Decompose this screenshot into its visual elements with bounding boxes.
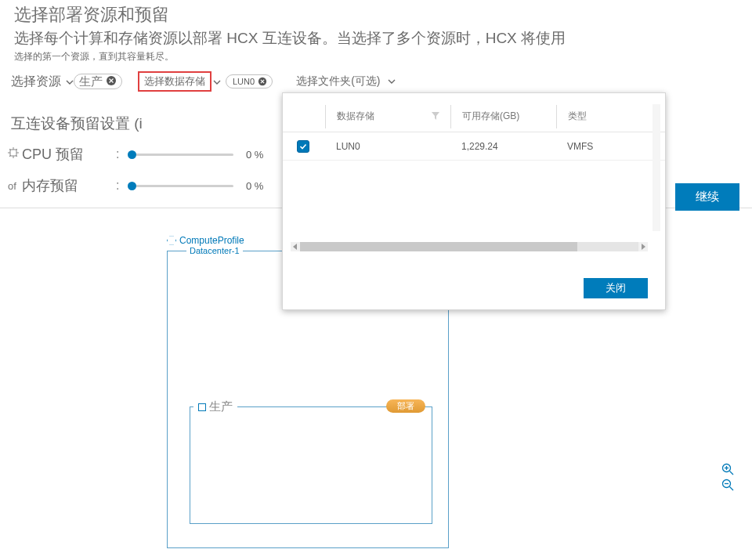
th-datastore-text: 数据存储 — [337, 110, 374, 123]
svg-rect-2 — [10, 150, 16, 156]
scroll-thumb[interactable] — [300, 242, 577, 251]
scroll-left-icon[interactable] — [291, 242, 300, 251]
td-name: LUN0 — [325, 141, 450, 152]
th-type[interactable]: 类型 — [556, 105, 603, 128]
page-desc-1: 选择每个计算和存储资源以部署 HCX 互连设备。当选择了多个资源时，HCX 将使… — [14, 28, 752, 49]
select-datastore-label[interactable]: 选择数据存储 — [144, 74, 205, 89]
close-button[interactable]: 关闭 — [584, 278, 648, 298]
deploy-badge: 部署 — [386, 399, 425, 413]
vertical-scrollbar[interactable] — [653, 104, 660, 231]
cluster-label: 生产 — [193, 399, 237, 414]
th-datastore[interactable]: 数据存储 — [325, 105, 450, 128]
mem-label: 内存预留 — [22, 176, 116, 195]
compute-profile-text: ComputeProfile — [179, 235, 244, 246]
cpu-label: CPU 预留 — [22, 145, 116, 164]
datastore-table: 数据存储 可用存储(GB) 类型 LUN0 1,229.24 VMFS — [283, 93, 665, 266]
cpu-slider-thumb[interactable] — [128, 150, 136, 159]
checkbox-checked-icon[interactable] — [297, 140, 309, 153]
datacenter-label: Datacenter-1 — [186, 246, 243, 255]
td-checkbox[interactable] — [297, 140, 325, 153]
mem-prefix: of — [8, 180, 22, 192]
chevron-down-icon[interactable] — [213, 75, 221, 88]
datastore-dropdown-panel: 数据存储 可用存储(GB) 类型 LUN0 1,229.24 VMFS — [282, 92, 666, 310]
zoom-controls — [721, 462, 735, 492]
datastore-chip[interactable]: LUN0 — [226, 74, 273, 89]
page-desc-2: 选择的第一个资源，直到其容量耗尽。 — [14, 50, 752, 63]
chevron-down-icon[interactable] — [388, 74, 396, 87]
td-available: 1,229.24 — [450, 141, 556, 152]
mem-slider-thumb[interactable] — [128, 182, 136, 190]
select-datastore-text: 选择数据存储 — [144, 74, 205, 89]
cpu-value: 0 % — [246, 149, 263, 161]
mem-value: 0 % — [246, 180, 263, 192]
scroll-track[interactable] — [300, 242, 638, 251]
scroll-right-icon[interactable] — [638, 242, 648, 251]
select-resource-label: 选择资源 — [11, 74, 61, 90]
datastore-chip-label: LUN0 — [233, 77, 255, 86]
close-icon[interactable] — [106, 75, 117, 89]
square-icon — [198, 403, 206, 411]
th-available[interactable]: 可用存储(GB) — [450, 105, 556, 128]
th-checkbox — [297, 105, 325, 128]
table-row[interactable]: LUN0 1,229.24 VMFS — [283, 132, 665, 161]
resource-chip-label: 生产 — [79, 74, 103, 89]
td-type: VMFS — [556, 141, 603, 152]
cpu-slider[interactable] — [132, 154, 233, 156]
resource-chip[interactable]: 生产 — [74, 74, 122, 89]
continue-button[interactable]: 继续 — [675, 183, 739, 211]
svg-line-8 — [730, 487, 734, 491]
zoom-out-button[interactable] — [721, 478, 735, 492]
close-icon[interactable] — [258, 77, 267, 86]
select-folder-text: 选择文件夹(可选) — [296, 74, 380, 87]
cluster-box: 生产 部署 — [190, 406, 432, 524]
chevron-down-icon[interactable] — [66, 75, 74, 88]
mem-slider[interactable] — [132, 185, 233, 187]
svg-line-4 — [730, 471, 734, 475]
page-title: 选择部署资源和预留 — [14, 3, 752, 27]
cluster-text: 生产 — [209, 399, 233, 414]
hexagon-icon — [167, 236, 176, 245]
cpu-icon — [8, 147, 22, 161]
filter-icon[interactable] — [432, 111, 439, 122]
select-folder-label[interactable]: 选择文件夹(可选) — [296, 74, 396, 89]
horizontal-scrollbar[interactable] — [291, 242, 648, 251]
selectors-row: 选择资源 生产 选择数据存储 LUN0 选择文件夹(可选) — [11, 71, 752, 92]
zoom-in-button[interactable] — [721, 462, 735, 476]
select-datastore-highlight: 选择数据存储 — [138, 71, 212, 92]
table-header: 数据存储 可用存储(GB) 类型 — [283, 101, 665, 132]
